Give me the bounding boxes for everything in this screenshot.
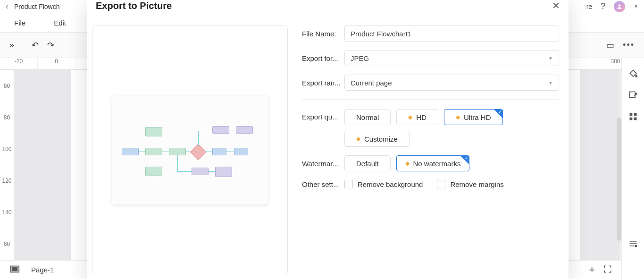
watermark-none-button[interactable]: ◆ No watermarks ✓ bbox=[396, 155, 470, 171]
quality-ultra-hd-button[interactable]: ◆ Ultra HD ✓ bbox=[444, 109, 503, 125]
svg-rect-8 bbox=[12, 267, 17, 271]
svg-rect-4 bbox=[629, 118, 632, 120]
add-page-icon[interactable]: + bbox=[589, 264, 595, 276]
svg-point-0 bbox=[619, 4, 621, 7]
diamond-icon: ◆ bbox=[356, 135, 360, 142]
export-format-label: Export for... bbox=[302, 54, 344, 62]
file-name-input[interactable] bbox=[344, 25, 559, 42]
export-format-value: JPEG bbox=[351, 54, 369, 62]
menu-edit[interactable]: Edit bbox=[54, 19, 66, 27]
diamond-icon: ◆ bbox=[405, 160, 410, 167]
close-icon[interactable]: ✕ bbox=[552, 0, 560, 11]
export-icon[interactable] bbox=[628, 91, 638, 102]
fullscreen-icon[interactable] bbox=[603, 265, 612, 275]
share-label-partial: re bbox=[586, 3, 592, 10]
modal-title: Export to Picture bbox=[96, 0, 172, 11]
export-range-value: Current page bbox=[351, 79, 392, 87]
pages-icon[interactable] bbox=[9, 265, 20, 275]
layout-icon[interactable]: ▭ bbox=[606, 40, 614, 51]
watermark-label: Watermar... bbox=[302, 160, 344, 168]
check-icon: ✓ bbox=[498, 109, 502, 114]
svg-rect-5 bbox=[634, 118, 636, 120]
ruler-vertical: 60 80 100 120 140 60 bbox=[0, 70, 14, 260]
menu-file[interactable]: File bbox=[14, 19, 25, 27]
redo-icon[interactable]: ↷ bbox=[47, 40, 54, 51]
svg-rect-3 bbox=[634, 113, 636, 116]
settings-list-icon[interactable] bbox=[628, 239, 638, 251]
help-icon[interactable]: ? bbox=[601, 1, 605, 11]
apps-icon[interactable] bbox=[628, 112, 638, 124]
svg-rect-2 bbox=[629, 113, 632, 116]
preview-panel bbox=[92, 25, 288, 274]
diamond-icon: ◆ bbox=[456, 114, 460, 120]
page-label[interactable]: Page-1 bbox=[31, 266, 54, 274]
back-icon[interactable]: ‹ bbox=[6, 1, 8, 11]
export-format-select[interactable]: JPEG ▼ bbox=[344, 50, 559, 66]
remove-margins-checkbox[interactable]: Remove margins bbox=[437, 180, 503, 188]
scrollbar-vertical[interactable] bbox=[617, 118, 621, 241]
export-range-select[interactable]: Current page ▼ bbox=[344, 75, 559, 91]
undo-icon[interactable]: ↶ bbox=[32, 40, 39, 51]
expand-icon[interactable]: » bbox=[9, 40, 14, 50]
svg-rect-1 bbox=[629, 92, 635, 98]
quality-normal-button[interactable]: Normal bbox=[344, 109, 391, 125]
file-name-label: File Name: bbox=[302, 30, 344, 38]
export-modal: Export to Picture ✕ bbox=[87, 0, 569, 279]
quality-hd-button[interactable]: ◆ HD bbox=[396, 109, 438, 125]
preview-thumbnail bbox=[112, 96, 268, 204]
svg-point-6 bbox=[635, 245, 636, 246]
more-icon[interactable]: ••• bbox=[623, 40, 635, 50]
export-range-label: Export ran... bbox=[302, 79, 344, 87]
remove-background-checkbox[interactable]: Remove background bbox=[344, 180, 423, 188]
export-quality-label: Export qu... bbox=[302, 109, 344, 121]
other-settings-label: Other sett... bbox=[302, 180, 344, 188]
watermark-default-button[interactable]: Default bbox=[344, 155, 391, 171]
avatar-caret-icon[interactable]: ▼ bbox=[634, 4, 638, 9]
chevron-down-icon: ▼ bbox=[548, 56, 553, 61]
check-icon: ✓ bbox=[465, 155, 468, 161]
diamond-icon: ◆ bbox=[408, 114, 412, 120]
avatar[interactable] bbox=[614, 1, 625, 12]
quality-customize-button[interactable]: ◆ Customize bbox=[344, 131, 410, 147]
fill-icon[interactable] bbox=[628, 69, 638, 81]
chevron-down-icon: ▼ bbox=[548, 80, 553, 85]
document-title: Product Flowch bbox=[14, 3, 59, 10]
